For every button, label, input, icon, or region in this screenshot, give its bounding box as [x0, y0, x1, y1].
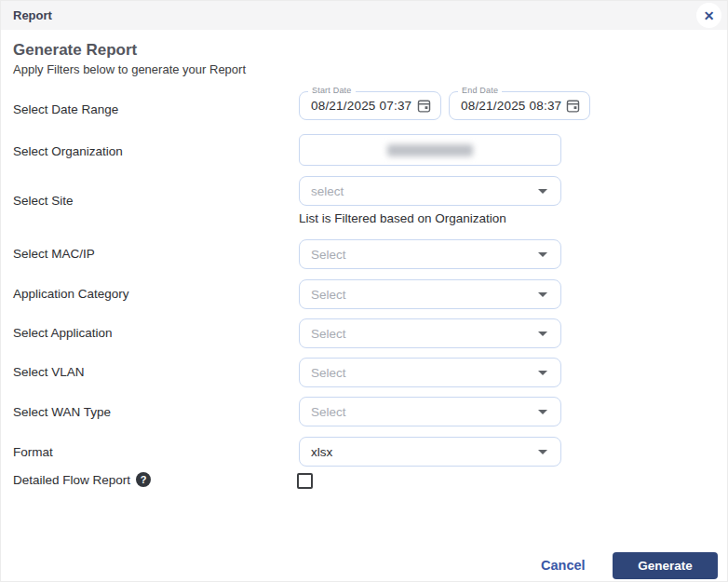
- chevron-down-icon: [538, 410, 547, 414]
- start-date-field[interactable]: Start Date 08/21/2025 07:37: [299, 91, 441, 120]
- dialog-titlebar: Report ✕: [1, 1, 727, 30]
- wan-type-placeholder: Select: [311, 405, 538, 419]
- close-icon: ✕: [704, 9, 715, 22]
- chevron-down-icon: [538, 332, 547, 336]
- detailed-flow-report-row: Detailed Flow Report ?: [13, 472, 151, 487]
- application-placeholder: Select: [311, 327, 538, 341]
- chevron-down-icon: [538, 252, 547, 257]
- wan-type-label: Select WAN Type: [13, 405, 111, 420]
- organization-label: Select Organization: [13, 144, 123, 159]
- organization-value-redacted: [387, 144, 473, 156]
- application-dropdown[interactable]: Select: [299, 318, 561, 348]
- end-date-field[interactable]: End Date 08/21/2025 08:37: [449, 91, 590, 120]
- help-icon[interactable]: ?: [136, 472, 151, 487]
- application-category-placeholder: Select: [311, 288, 538, 302]
- wan-type-dropdown[interactable]: Select: [299, 397, 561, 426]
- end-date-value: 08/21/2025 08:37: [461, 99, 565, 113]
- calendar-icon[interactable]: [565, 98, 581, 114]
- site-placeholder: select: [311, 184, 538, 198]
- detailed-flow-report-checkbox[interactable]: [297, 473, 313, 489]
- site-label: Select Site: [13, 194, 74, 209]
- mac-ip-placeholder: Select: [311, 248, 538, 262]
- page-subtitle: Apply Filters below to generate your Rep…: [13, 62, 246, 76]
- format-dropdown[interactable]: xlsx: [299, 437, 561, 467]
- organization-input[interactable]: [299, 134, 561, 166]
- start-date-floating-label: Start Date: [308, 86, 356, 95]
- end-date-floating-label: End Date: [458, 86, 502, 95]
- start-date-value: 08/21/2025 07:37: [311, 99, 416, 113]
- format-value: xlsx: [311, 445, 538, 459]
- close-button[interactable]: ✕: [696, 3, 721, 28]
- site-dropdown[interactable]: select: [299, 176, 561, 206]
- chevron-down-icon: [538, 292, 547, 297]
- chevron-down-icon: [538, 450, 547, 454]
- cancel-button[interactable]: Cancel: [541, 558, 586, 573]
- calendar-icon[interactable]: [416, 98, 432, 114]
- format-label: Format: [13, 445, 53, 460]
- mac-ip-label: Select MAC/IP: [13, 247, 95, 262]
- detailed-flow-report-label: Detailed Flow Report: [13, 473, 130, 487]
- application-label: Select Application: [13, 326, 113, 341]
- dialog-title: Report: [13, 8, 52, 22]
- generate-button[interactable]: Generate: [613, 552, 718, 579]
- vlan-label: Select VLAN: [13, 365, 85, 380]
- date-range-label: Select Date Range: [13, 102, 118, 117]
- vlan-placeholder: Select: [311, 366, 538, 380]
- chevron-down-icon: [538, 189, 547, 194]
- mac-ip-dropdown[interactable]: Select: [299, 239, 561, 269]
- generate-report-dialog: Report ✕ Generate Report Apply Filters b…: [0, 0, 728, 582]
- site-filter-note: List is Filtered based on Organization: [299, 211, 506, 225]
- application-category-dropdown[interactable]: Select: [299, 279, 561, 309]
- page-title: Generate Report: [13, 41, 137, 60]
- vlan-dropdown[interactable]: Select: [299, 358, 561, 387]
- application-category-label: Application Category: [13, 287, 129, 302]
- chevron-down-icon: [538, 371, 547, 375]
